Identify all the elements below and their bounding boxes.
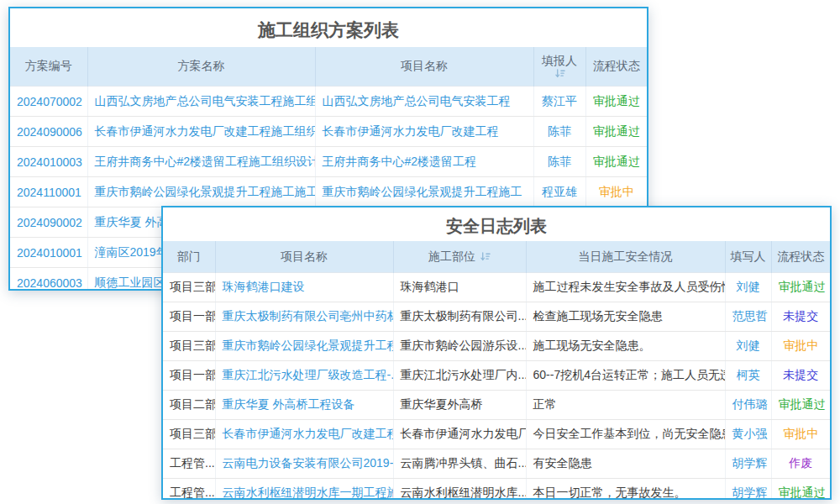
sort-icon[interactable] — [480, 251, 491, 262]
table-cell[interactable]: 王府井商务中心#2楼遗留工程施工组织设计 — [87, 147, 315, 177]
table-row: 项目二部重庆华夏 外高桥工程设备重庆华夏外高桥正常付伟璐审批通过 — [163, 391, 830, 420]
column-header[interactable]: 流程状态 — [585, 47, 647, 87]
table-cell: 重庆太极制药有限公司... — [393, 302, 526, 332]
table-cell[interactable]: 范思哲 — [725, 302, 771, 332]
table-cell[interactable]: 重庆市鹅岭公园绿化景观提升工程施工施工组... — [87, 177, 315, 207]
table-cell: 施工现场无安全隐患。 — [526, 332, 725, 361]
table-cell[interactable]: 长春市伊通河水力发电厂改建工程 — [215, 420, 393, 449]
table-cell: 重庆市鹅岭公园游乐设... — [393, 332, 526, 361]
column-header[interactable]: 施工部位 — [393, 241, 526, 273]
table-cell: 审批中 — [771, 420, 830, 449]
column-header[interactable]: 填写人 — [725, 241, 771, 273]
table-cell[interactable]: 2024090002 — [10, 207, 87, 238]
table-cell[interactable]: 山西弘文房地产总公司电气安装工程施工组织... — [87, 87, 315, 117]
table-cell: 施工过程未发生安全事故及人员受伤情况 — [526, 273, 725, 302]
table-cell[interactable]: 王府井商务中心#2楼遗留工程 — [315, 147, 533, 177]
table-cell[interactable]: 2024110001 — [10, 177, 87, 207]
table-cell[interactable]: 2024070002 — [10, 87, 87, 117]
column-header[interactable]: 填报人 — [533, 47, 585, 87]
table-cell[interactable]: 2024010001 — [10, 238, 87, 268]
table-cell[interactable]: 山西弘文房地产总公司电气安装工程 — [315, 87, 533, 117]
safety-log-list-panel: 安全日志列表 部门项目名称施工部位当日施工安全情况填写人流程状态项目三部珠海鹤港… — [161, 206, 832, 500]
table-cell: 重庆江北污水处理厂内... — [393, 361, 526, 391]
table-cell: 本日一切正常，无事故发生。 — [526, 479, 725, 501]
table-cell: 工程管... — [163, 479, 215, 501]
table-cell: 项目三部 — [163, 420, 215, 449]
table-cell[interactable]: 付伟璐 — [725, 391, 771, 420]
table-cell: 项目三部 — [163, 273, 215, 302]
table-cell: 项目三部 — [163, 332, 215, 361]
table-header-row: 方案编号方案名称项目名称填报人流程状态 — [10, 47, 647, 87]
table-row: 项目一部重庆江北污水处理厂级改造工程-...重庆江北污水处理厂内...60--7… — [163, 361, 830, 391]
table-row: 项目三部重庆市鹅岭公园绿化景观提升工程...重庆市鹅岭公园游乐设...施工现场无… — [163, 332, 830, 361]
table-row: 项目三部珠海鹤港口建设珠海鹤港口施工过程未发生安全事故及人员受伤情况刘健审批通过 — [163, 273, 830, 302]
column-header[interactable]: 部门 — [163, 241, 215, 273]
table-cell: 审批通过 — [771, 273, 830, 302]
table-cell[interactable]: 珠海鹤港口建设 — [215, 273, 393, 302]
table-row: 2024010003王府井商务中心#2楼遗留工程施工组织设计王府井商务中心#2楼… — [10, 147, 647, 177]
table-cell[interactable]: 重庆市鹅岭公园绿化景观提升工程施工 — [315, 177, 533, 207]
column-header[interactable]: 流程状态 — [771, 241, 830, 273]
column-header-label: 填报人 — [542, 54, 577, 67]
table-cell[interactable]: 重庆市鹅岭公园绿化景观提升工程... — [215, 332, 393, 361]
table-row: 项目三部长春市伊通河水力发电厂改建工程长春市伊通河水力发电厂今日安全工作基本到位… — [163, 420, 830, 449]
table-cell: 项目二部 — [163, 391, 215, 420]
table-cell[interactable]: 黄小强 — [725, 420, 771, 449]
column-header[interactable]: 当日施工安全情况 — [526, 241, 725, 273]
column-header[interactable]: 方案编号 — [10, 47, 87, 87]
page: 施工组织方案列表 方案编号方案名称项目名称填报人流程状态2024070002山西… — [0, 0, 840, 504]
table-cell: 审批通过 — [585, 117, 647, 147]
table-cell[interactable]: 2024090006 — [10, 117, 87, 147]
sort-icon[interactable] — [554, 68, 565, 79]
table-cell[interactable]: 陈菲 — [533, 117, 585, 147]
table-cell: 项目一部 — [163, 302, 215, 332]
table-cell: 项目一部 — [163, 361, 215, 391]
table-cell[interactable]: 2024010003 — [10, 147, 87, 177]
table-cell[interactable]: 刘健 — [725, 332, 771, 361]
table-cell[interactable]: 长春市伊通河水力发电厂改建工程施工组织设计 — [87, 117, 315, 147]
table-row: 项目一部重庆太极制药有限公司亳州中药材...重庆太极制药有限公司...检查施工现… — [163, 302, 830, 332]
table-cell: 审批通过 — [771, 479, 830, 501]
safety-log-table: 部门项目名称施工部位当日施工安全情况填写人流程状态项目三部珠海鹤港口建设珠海鹤港… — [163, 241, 830, 500]
table-cell[interactable]: 重庆华夏 外高桥工程设备 — [215, 391, 393, 420]
table-cell[interactable]: 云南电力设备安装有限公司2019--... — [215, 449, 393, 479]
table-cell[interactable]: 重庆江北污水处理厂级改造工程-... — [215, 361, 393, 391]
table-cell: 珠海鹤港口 — [393, 273, 526, 302]
column-header-label: 流程状态 — [777, 249, 824, 263]
table-cell[interactable]: 程亚雄 — [533, 177, 585, 207]
table-cell: 正常 — [526, 391, 725, 420]
table-cell: 审批通过 — [585, 147, 647, 177]
column-header-label: 部门 — [177, 249, 201, 263]
table-cell: 未提交 — [771, 302, 830, 332]
safety-log-title: 安全日志列表 — [163, 207, 830, 241]
table-header-row: 部门项目名称施工部位当日施工安全情况填写人流程状态 — [163, 241, 830, 273]
table-cell: 云南腾冲界头镇、曲石... — [393, 449, 526, 479]
table-cell: 审批通过 — [585, 87, 647, 117]
table-cell: 长春市伊通河水力发电厂 — [393, 420, 526, 449]
table-cell: 审批中 — [585, 177, 647, 207]
table-cell: 审批通过 — [771, 391, 830, 420]
table-cell[interactable]: 重庆太极制药有限公司亳州中药材... — [215, 302, 393, 332]
table-cell[interactable]: 胡学辉 — [725, 479, 771, 501]
column-header[interactable]: 项目名称 — [315, 47, 533, 87]
table-cell: 工程管... — [163, 449, 215, 479]
column-header-label: 项目名称 — [281, 249, 328, 263]
table-cell[interactable]: 云南水利枢纽潜明水库一期工程施... — [215, 479, 393, 501]
table-cell[interactable]: 蔡江平 — [533, 87, 585, 117]
column-header-label: 当日施工安全情况 — [579, 249, 673, 263]
table-cell[interactable]: 陈菲 — [533, 147, 585, 177]
table-cell: 60--7挖机4台运转正常；施工人员无违... — [526, 361, 725, 391]
column-header-label: 项目名称 — [401, 59, 448, 72]
column-header-label: 方案名称 — [178, 59, 225, 72]
table-cell[interactable]: 柯英 — [725, 361, 771, 391]
table-row: 2024090006长春市伊通河水力发电厂改建工程施工组织设计长春市伊通河水力发… — [10, 117, 647, 147]
column-header[interactable]: 项目名称 — [215, 241, 393, 273]
table-cell: 检查施工现场无安全隐患 — [526, 302, 725, 332]
table-cell: 未提交 — [771, 361, 830, 391]
table-cell[interactable]: 长春市伊通河水力发电厂改建工程 — [315, 117, 533, 147]
column-header[interactable]: 方案名称 — [87, 47, 315, 87]
table-cell[interactable]: 胡学辉 — [725, 449, 771, 479]
table-cell[interactable]: 刘健 — [725, 273, 771, 302]
table-cell[interactable]: 2024060003 — [10, 268, 87, 291]
table-row: 工程管...云南水利枢纽潜明水库一期工程施...云南水利枢纽潜明水库...本日一… — [163, 479, 830, 501]
